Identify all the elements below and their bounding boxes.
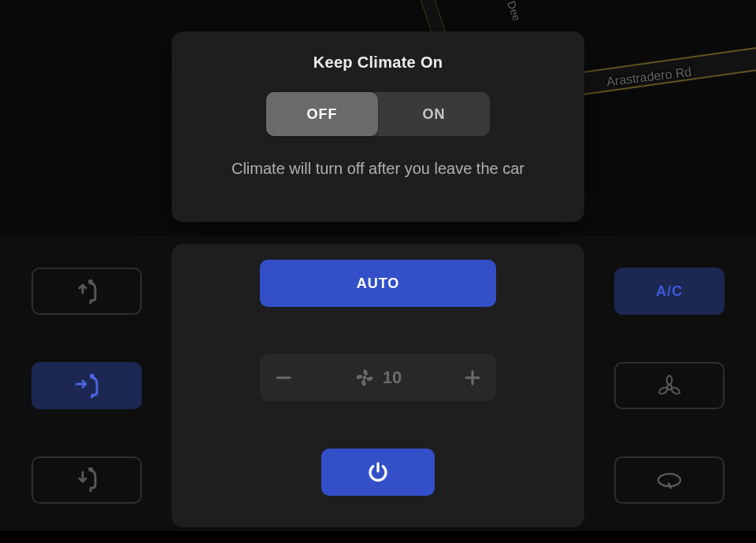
recirculate-button[interactable] xyxy=(614,456,724,504)
airflow-feet-button[interactable] xyxy=(32,456,142,504)
fan-speed-display: 10 xyxy=(354,368,402,388)
plus-icon[interactable] xyxy=(463,368,482,387)
svg-point-4 xyxy=(362,376,366,380)
airflow-up-icon xyxy=(69,279,105,304)
airflow-feet-icon xyxy=(69,467,105,493)
airflow-face-button[interactable] xyxy=(32,362,142,409)
climate-power-button[interactable] xyxy=(321,449,435,496)
modal-description: Climate will turn off after you leave th… xyxy=(232,160,524,178)
biohazard-icon xyxy=(655,371,684,400)
modal-title: Keep Climate On xyxy=(313,54,443,72)
keep-climate-toggle: OFF ON xyxy=(266,92,490,136)
airflow-face-up-button[interactable] xyxy=(32,268,142,315)
fan-speed-control: 10 xyxy=(260,354,496,401)
fan-icon xyxy=(354,368,375,388)
auto-button[interactable]: AUTO xyxy=(260,260,496,307)
power-icon xyxy=(366,460,390,484)
svg-point-0 xyxy=(88,279,93,284)
fan-speed-value: 10 xyxy=(383,368,402,388)
keep-climate-off-button[interactable]: OFF xyxy=(266,92,378,136)
keep-climate-on-button[interactable]: ON xyxy=(378,92,490,136)
ac-button[interactable]: A/C xyxy=(614,268,724,315)
svg-point-1 xyxy=(90,374,94,379)
bioweapon-defense-button[interactable] xyxy=(614,362,724,409)
climate-panel: AUTO 10 xyxy=(0,236,756,531)
keep-climate-modal: Keep Climate On OFF ON Climate will turn… xyxy=(172,31,584,222)
minus-icon[interactable] xyxy=(274,368,293,387)
airflow-face-icon xyxy=(69,373,105,398)
footer-bar xyxy=(0,531,756,543)
recirculate-icon xyxy=(654,470,685,490)
